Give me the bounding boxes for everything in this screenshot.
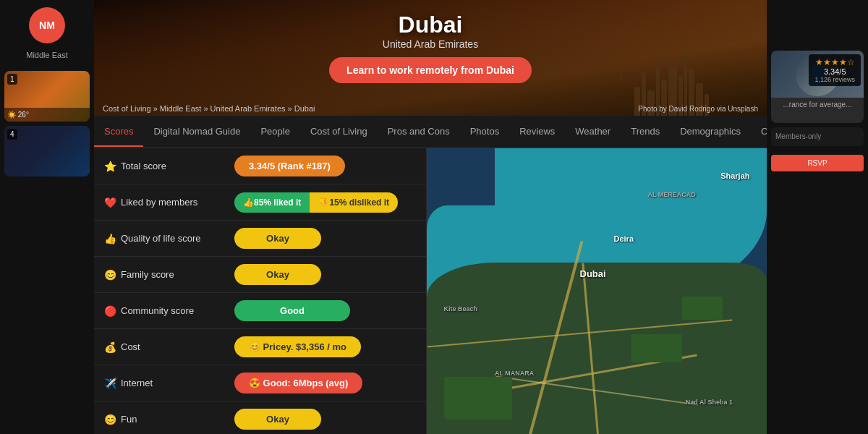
score-row-cost: 💰 Cost 😊 Pricey. $3,356 / mo	[94, 329, 426, 365]
rating-score: 3.34/5	[814, 67, 855, 76]
score-label-community: 🔴 Community score	[104, 305, 234, 317]
score-value-quality: Okay	[234, 228, 416, 249]
fun-badge: Okay	[234, 409, 321, 430]
score-row-community: 🔴 Community score Good	[94, 293, 426, 329]
hero-title-area: Dubai United Arab Emirates Learn to work…	[94, 0, 767, 94]
total-score-badge: 3.34/5 (Rank #187)	[234, 156, 345, 176]
remote-work-button[interactable]: Learn to work remotely from Dubai	[329, 57, 532, 83]
score-value-cost: 😊 Pricey. $3,356 / mo	[234, 336, 416, 357]
score-row-fun: 😊 Fun Okay	[94, 401, 426, 434]
sidebar-card-2[interactable]: 4	[4, 126, 90, 176]
tab-weather[interactable]: Weather	[565, 117, 621, 147]
score-label-family: 😊 Family score	[104, 269, 234, 281]
liked-yellow-pct: 👎15% disliked it	[310, 192, 398, 213]
tab-people[interactable]: People	[250, 117, 299, 147]
tab-cost-of-living[interactable]: Cost of Living	[300, 117, 378, 147]
tab-photos[interactable]: Photos	[460, 117, 509, 147]
left-sidebar: NM Middle East 1 ☀️ 26° 4	[0, 0, 94, 434]
score-label-cost: 💰 Cost	[104, 341, 234, 353]
main-panel: Dubai United Arab Emirates Learn to work…	[94, 0, 767, 434]
score-row-family: 😊 Family score Okay	[94, 257, 426, 293]
photo-credit: Photo by David Rodrigo via Unsplash	[638, 105, 758, 113]
hero-section: Dubai United Arab Emirates Learn to work…	[94, 0, 767, 116]
tab-trends[interactable]: Trends	[621, 117, 670, 147]
score-value-liked: 👍85% liked it 👎15% disliked it	[234, 192, 416, 213]
map-area[interactable]: Sharjah Deira Dubai AL MEREACAD Kite Bea…	[427, 148, 767, 434]
rsvp-button[interactable]: RSVP	[771, 155, 864, 171]
map-label-area4: Nad Al Sheba 1	[686, 399, 733, 406]
family-badge: Okay	[234, 264, 321, 285]
map-background: Sharjah Deira Dubai AL MEREACAD Kite Bea…	[427, 148, 767, 434]
score-value-fun: Okay	[234, 409, 416, 430]
breadcrumb-bar: Cost of Living » Middle East » United Ar…	[94, 101, 767, 116]
region-label: Middle East	[0, 51, 94, 67]
sidebar-card-1-badge: 1	[7, 74, 17, 85]
map-label-deira: Deira	[614, 234, 634, 243]
tab-digital-nomad-guide[interactable]: Digital Nomad Guide	[143, 117, 250, 147]
score-value-total: 3.34/5 (Rank #187)	[234, 156, 416, 176]
internet-badge: 😍 Good: 6Mbps (avg)	[234, 373, 362, 393]
cost-badge: 😊 Pricey. $3,356 / mo	[234, 336, 361, 357]
liked-bar: 👍85% liked it 👎15% disliked it	[234, 192, 398, 213]
nav-tabs: Scores Digital Nomad Guide People Cost o…	[94, 116, 767, 148]
tab-scores[interactable]: Scores	[94, 117, 143, 147]
score-label-liked: ❤️ Liked by members	[104, 197, 234, 208]
rating-box: ★★★★☆ 3.34/5 1,126 reviews	[809, 54, 861, 86]
hero-country: United Arab Emirates	[383, 38, 478, 50]
score-value-community: Good	[234, 300, 416, 321]
score-label-internet: ✈️ Internet	[104, 378, 234, 389]
rating-reviews: 1,126 reviews	[814, 76, 855, 83]
tab-demographics[interactable]: Demographics	[670, 117, 751, 147]
logo[interactable]: NM	[29, 7, 65, 43]
score-label-fun: 😊 Fun	[104, 414, 234, 425]
score-row-internet: ✈️ Internet 😍 Good: 6Mbps (avg)	[94, 365, 426, 401]
sidebar-card-2-image: 4	[4, 126, 90, 176]
sidebar-card-2-badge: 4	[7, 129, 17, 140]
community-badge: Good	[234, 300, 350, 321]
map-label-dubai: Dubai	[580, 268, 606, 279]
sidebar-card-1-image: 1 ☀️ 26°	[4, 71, 90, 122]
score-row-quality: 👍 Quality of life score Okay	[94, 221, 426, 257]
tab-reviews[interactable]: Reviews	[509, 117, 565, 147]
liked-green-pct: 👍85% liked it	[234, 192, 310, 213]
breadcrumb: Cost of Living » Middle East » United Ar…	[103, 104, 315, 113]
right-sidebar: ★★★★☆ 3.34/5 1,126 reviews 👤 ...rance fo…	[767, 0, 868, 434]
map-label-area2: Kite Beach	[444, 305, 478, 312]
score-value-family: Okay	[234, 264, 416, 285]
score-label-total: ⭐ Total score	[104, 161, 234, 172]
content-area: ⭐ Total score 3.34/5 (Rank #187) ❤️ Like…	[94, 148, 767, 434]
right-card-label: ...rance for average...	[771, 98, 864, 111]
hero-city: Dubai	[399, 12, 463, 38]
score-label-quality: 👍 Quality of life score	[104, 233, 234, 244]
scores-panel: ⭐ Total score 3.34/5 (Rank #187) ❤️ Like…	[94, 148, 427, 434]
score-row-total: ⭐ Total score 3.34/5 (Rank #187)	[94, 148, 426, 184]
map-label-sharjah: Sharjah	[720, 171, 749, 180]
score-value-internet: 😍 Good: 6Mbps (avg)	[234, 373, 416, 393]
sidebar-card-1[interactable]: 1 ☀️ 26°	[4, 71, 90, 122]
rating-stars: ★★★★☆	[814, 57, 855, 67]
map-label-area3: AL MANARA	[495, 370, 534, 377]
score-row-liked: ❤️ Liked by members 👍85% liked it 👎15% d…	[94, 184, 426, 221]
quality-badge: Okay	[234, 228, 321, 249]
tab-pros-and-cons[interactable]: Pros and Cons	[378, 117, 460, 147]
right-text-card: Members-only	[771, 127, 864, 146]
map-label-area1: AL MEREACAD	[648, 191, 696, 198]
sidebar-card-1-weather: ☀️ 26°	[4, 108, 90, 122]
